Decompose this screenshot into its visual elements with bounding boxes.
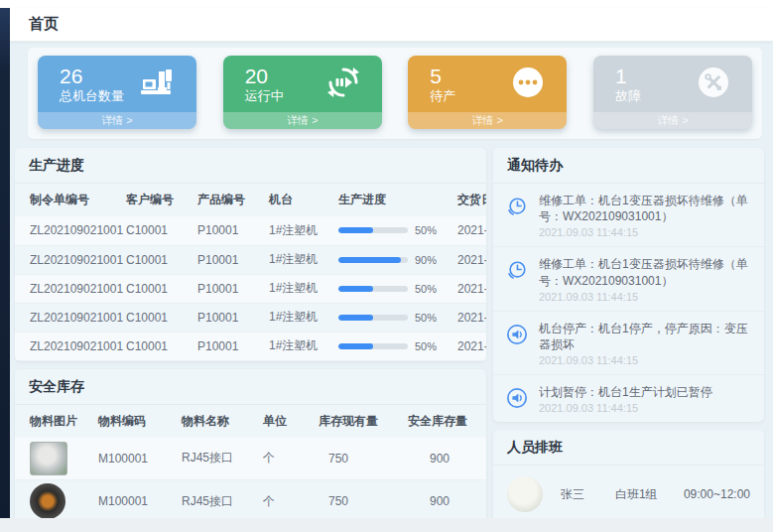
topbar: 首页 (10, 8, 773, 42)
notification-text: 维修工单：机台1变压器损坏待维修（单号：WX202109031001） (539, 256, 751, 288)
progress-bar: 50% (338, 340, 450, 352)
card-total-machines[interactable]: 26 总机台数量 (38, 56, 196, 129)
clock-icon (506, 193, 530, 238)
clock-icon (506, 256, 530, 302)
production-row: ZL202109021001 C10001 P10001 1#注塑机 50% 2… (15, 274, 486, 303)
personnel-schedule-panel: 人员排班 张三 白班1组 09:00~12:00 李四 白班2组 12:00~1… (493, 430, 764, 532)
progress-bar: 50% (338, 283, 450, 295)
person-time: 09:00~12:00 (684, 487, 750, 501)
notifications-title: 通知待办 (493, 148, 764, 184)
col-product-no: 产品编号 (193, 184, 265, 216)
production-progress-table: 制令单编号 客户编号 产品编号 机台 生产进度 交货日期 ZL202109021… (15, 184, 486, 361)
main-content: 26 总机台数量 (10, 42, 773, 518)
col-unit: 单位 (259, 405, 315, 438)
speaker-icon (506, 384, 530, 414)
stat-cards-panel: 26 总机台数量 (28, 48, 762, 139)
safety-inventory-title: 安全库存 (15, 369, 486, 405)
personnel-schedule-title: 人员排班 (493, 430, 764, 466)
running-value: 20 (245, 64, 284, 88)
machine-icon (139, 67, 175, 101)
waiting-value: 5 (430, 64, 455, 88)
notifications-panel: 通知待办 维修工单：机台1变压器损坏待维修（单号：WX202109031001） (493, 148, 764, 422)
safety-inventory-table: 物料图片 物料编码 物料名称 单位 库存现有量 安全库存量 M (15, 405, 486, 532)
total-machines-label: 总机台数量 (60, 88, 124, 104)
notification-item[interactable]: 计划暂停：机台1生产计划已暂停 2021.09.03 11:44:15 (493, 375, 764, 422)
col-stock-qty: 库存现有量 (315, 405, 404, 438)
notification-time: 2021.09.03 11:44:15 (539, 354, 751, 366)
material-image-round-speaker (30, 483, 65, 519)
progress-bar: 90% (338, 254, 450, 266)
notification-text: 计划暂停：机台1生产计划已暂停 (539, 384, 712, 400)
production-row: ZL202109021001 C10001 P10001 1#注塑机 50% 2… (15, 303, 486, 332)
col-material-name: 物料名称 (178, 405, 259, 438)
inventory-row: M100001 RJ45接口 个 750 900 (15, 438, 486, 480)
col-machine: 机台 (265, 184, 334, 216)
notification-item[interactable]: 维修工单：机台1变压器损坏待维修（单号：WX202109031001） 2021… (493, 247, 764, 311)
schedule-row: 张三 白班1组 09:00~12:00 (493, 469, 764, 519)
ellipsis-icon (511, 66, 545, 103)
person-name: 张三 (561, 486, 615, 503)
fault-value: 1 (615, 64, 641, 88)
total-machines-value: 26 (60, 64, 124, 88)
production-progress-title: 生产进度 (15, 148, 486, 184)
card-running[interactable]: 20 运行中 (223, 56, 382, 129)
card-waiting[interactable]: 5 待产 详情 > (408, 56, 567, 129)
fault-detail-link[interactable]: 详情 > (593, 112, 752, 129)
production-row: ZL202109021001 C10001 P10001 1#注塑机 90% 2… (15, 245, 486, 274)
material-image-rj45 (30, 442, 67, 475)
sidebar-edge (0, 8, 10, 518)
tools-icon (697, 66, 730, 103)
notification-text: 维修工单：机台1变压器损坏待维修（单号：WX202109031001） (539, 193, 751, 224)
safety-inventory-panel: 安全库存 物料图片 物料编码 物料名称 单位 库存现有量 安全库存量 (15, 369, 486, 532)
card-fault[interactable]: 1 故障 详情 > (593, 56, 752, 129)
production-progress-panel: 生产进度 制令单编号 客户编号 产品编号 机台 生产进度 交货日期 (15, 148, 486, 361)
notification-time: 2021.09.03 11:44:15 (539, 291, 751, 303)
tab-home[interactable]: 首页 (29, 15, 59, 34)
notification-item[interactable]: 机台停产：机台1停产，停产原因：变压器损坏 2021.09.03 11:44:1… (493, 312, 764, 375)
progress-bar: 50% (338, 312, 450, 324)
running-icon (326, 66, 360, 103)
avatar (507, 476, 543, 512)
production-row: ZL202109021001 C10001 P10001 1#注塑机 50% 2… (15, 216, 486, 245)
window-bottom-edge (0, 518, 773, 532)
production-row: ZL202109021001 C10001 P10001 1#注塑机 50% 2… (15, 332, 486, 360)
inventory-row: M100001 RJ45接口 个 750 900 (15, 480, 486, 523)
notification-time: 2021.09.03 11:44:15 (539, 226, 751, 238)
total-machines-detail-link[interactable]: 详情 > (38, 112, 196, 129)
waiting-label: 待产 (430, 88, 455, 104)
running-detail-link[interactable]: 详情 > (223, 112, 382, 129)
waiting-detail-link[interactable]: 详情 > (408, 112, 567, 129)
col-material-image: 物料图片 (15, 405, 94, 438)
notification-item[interactable]: 维修工单：机台1变压器损坏待维修（单号：WX202109031001） 2021… (493, 184, 764, 247)
col-delivery-date: 交货日期 (453, 184, 486, 216)
col-customer-no: 客户编号 (122, 184, 193, 216)
progress-bar: 50% (338, 224, 450, 236)
running-label: 运行中 (245, 88, 284, 104)
notification-text: 机台停产：机台1停产，停产原因：变压器损坏 (539, 321, 751, 352)
col-safety-qty: 安全库存量 (404, 405, 486, 438)
dashboard-page: 首页 26 总机台数量 (0, 0, 773, 532)
notification-time: 2021.09.03 11:44:15 (539, 402, 712, 414)
person-shift: 白班1组 (615, 486, 684, 503)
col-material-code: 物料编码 (94, 405, 178, 438)
fault-label: 故障 (615, 88, 641, 104)
speaker-icon (506, 321, 530, 366)
col-order-no: 制令单编号 (15, 184, 122, 216)
col-progress: 生产进度 (334, 184, 453, 216)
